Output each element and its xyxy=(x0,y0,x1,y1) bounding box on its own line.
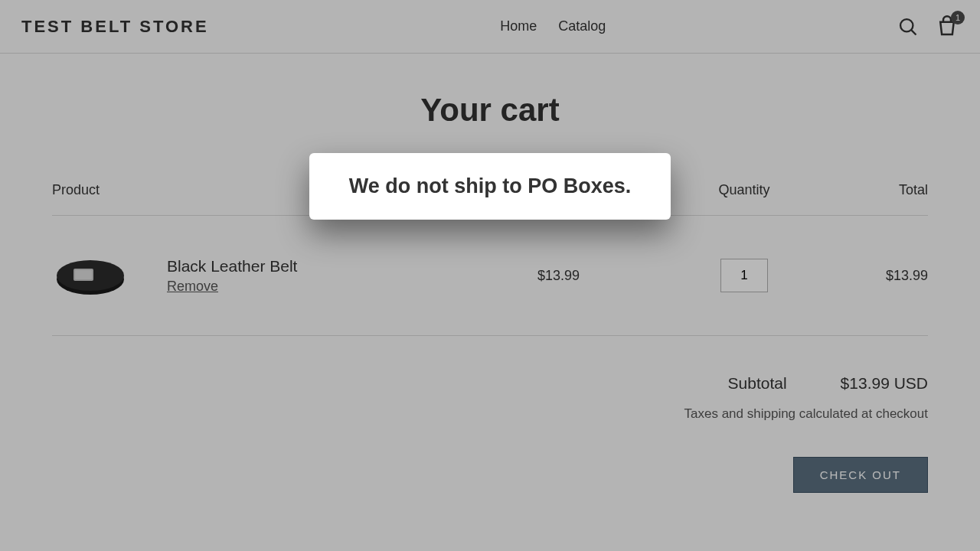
modal-overlay[interactable]: We do not ship to PO Boxes. xyxy=(0,0,980,551)
modal-message: We do not ship to PO Boxes. xyxy=(349,174,632,198)
shipping-notice-modal: We do not ship to PO Boxes. xyxy=(309,153,671,220)
